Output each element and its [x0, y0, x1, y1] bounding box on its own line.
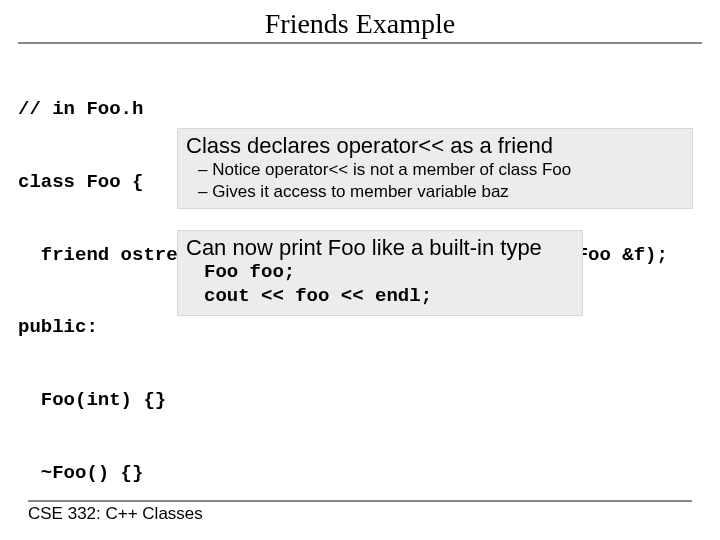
slide: Friends Example // in Foo.h class Foo { … — [0, 0, 720, 540]
annotation-subpoint: Notice operator<< is not a member of cla… — [186, 159, 684, 180]
annotation-code-line: cout << foo << endl; — [186, 285, 574, 309]
code-line: // in Foo.h — [18, 97, 702, 121]
annotation-code-line: Foo foo; — [186, 261, 574, 285]
code-line: public: — [18, 315, 702, 339]
slide-title: Friends Example — [18, 8, 702, 40]
slide-footer: CSE 332: C++ Classes — [28, 500, 692, 524]
footer-text: CSE 332: C++ Classes — [28, 504, 203, 523]
annotation-heading: Class declares operator<< as a friend — [186, 133, 684, 159]
annotation-heading: Can now print Foo like a built-in type — [186, 235, 574, 261]
code-line: ~Foo() {} — [18, 461, 702, 485]
title-rule — [18, 42, 702, 44]
footer-rule — [28, 500, 692, 502]
code-line: Foo(int) {} — [18, 388, 702, 412]
annotation-subpoint: Gives it access to member variable baz — [186, 181, 684, 202]
annotation-friend-declaration: Class declares operator<< as a friend No… — [177, 128, 693, 209]
annotation-print-usage: Can now print Foo like a built-in type F… — [177, 230, 583, 316]
